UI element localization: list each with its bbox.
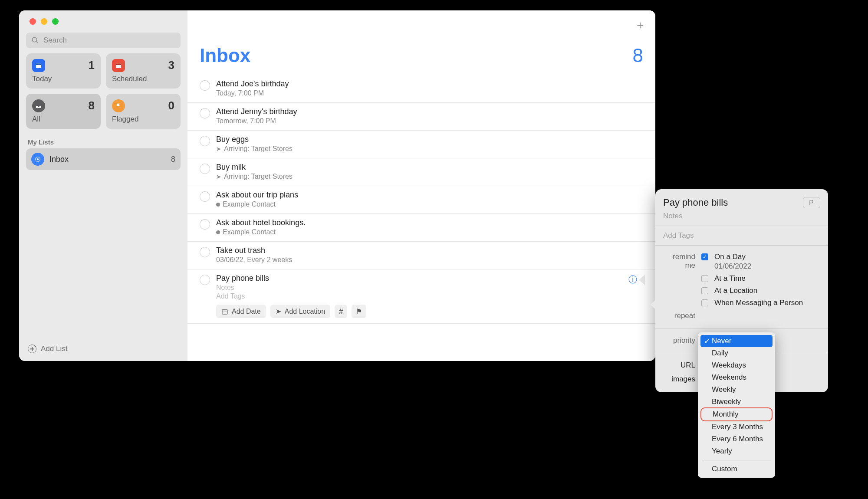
inspector-title[interactable]: Pay phone bills bbox=[663, 197, 728, 208]
remind-messaging-row: When Messaging a Person bbox=[663, 297, 820, 309]
calendar-icon bbox=[32, 59, 45, 72]
on-day-label: On a Day bbox=[714, 253, 820, 261]
complete-toggle[interactable] bbox=[200, 164, 210, 174]
complete-toggle[interactable] bbox=[200, 108, 210, 118]
reminders-window: 1 Today 3 Scheduled 8 bbox=[19, 10, 655, 361]
menu-item-never[interactable]: Never bbox=[700, 335, 773, 347]
remind-at-location-row: At a Location bbox=[663, 285, 820, 297]
add-list-button[interactable]: Add List bbox=[26, 337, 181, 361]
on-day-value[interactable]: 01/06/2022 bbox=[714, 262, 820, 271]
contact-icon bbox=[216, 203, 220, 207]
url-label: URL bbox=[663, 361, 695, 370]
reminder-item[interactable]: Attend Jenny's birthday Tomorrow, 7:00 P… bbox=[187, 103, 655, 131]
svg-point-6 bbox=[37, 158, 39, 160]
location-icon: ➤ bbox=[216, 145, 221, 152]
quick-actions: Add Date ➤ Add Location # ⚑ bbox=[216, 305, 647, 318]
reminder-title: Buy eggs bbox=[216, 135, 647, 144]
flag-icon bbox=[112, 99, 125, 112]
new-reminder-button[interactable]: ＋ bbox=[635, 17, 646, 33]
menu-item-custom[interactable]: Custom bbox=[700, 463, 773, 475]
reminder-subtitle: 03/06/22, Every 2 weeks bbox=[216, 256, 647, 264]
search-icon bbox=[31, 36, 39, 44]
add-flag-button[interactable]: ⚑ bbox=[352, 305, 366, 318]
reminder-item[interactable]: Buy eggs ➤Arriving: Target Stores bbox=[187, 131, 655, 158]
complete-toggle[interactable] bbox=[200, 191, 210, 202]
on-day-checkbox[interactable]: ✓ bbox=[701, 253, 708, 260]
popover-pointer-icon bbox=[639, 275, 645, 285]
tags-placeholder[interactable]: Add Tags bbox=[216, 292, 647, 300]
reminder-item[interactable]: Attend Joe's birthday Today, 7:00 PM bbox=[187, 75, 655, 103]
flag-icon bbox=[809, 200, 815, 206]
smart-all[interactable]: 8 All bbox=[26, 94, 101, 129]
reminder-item[interactable]: Ask about hotel bookings. Example Contac… bbox=[187, 214, 655, 242]
calendar-icon bbox=[221, 308, 228, 315]
info-icon: ⓘ bbox=[628, 274, 637, 286]
smart-flagged[interactable]: 0 Flagged bbox=[106, 94, 181, 129]
minimize-icon[interactable] bbox=[41, 18, 47, 25]
reminder-subtitle: Tomorrow, 7:00 PM bbox=[216, 117, 647, 125]
complete-toggle[interactable] bbox=[200, 136, 210, 146]
location-icon: ➤ bbox=[216, 173, 221, 180]
menu-item-yearly[interactable]: Yearly bbox=[700, 445, 773, 457]
scheduled-icon bbox=[112, 59, 125, 72]
close-icon[interactable] bbox=[30, 18, 36, 25]
menu-item-biweekly[interactable]: Biweekly bbox=[700, 396, 773, 408]
add-date-button[interactable]: Add Date bbox=[216, 305, 266, 318]
zoom-icon[interactable] bbox=[52, 18, 59, 25]
complete-toggle[interactable] bbox=[200, 80, 210, 91]
reminder-subtitle: ➤Arriving: Target Stores bbox=[216, 145, 647, 153]
repeat-dropdown[interactable]: Never Daily Weekdays Weekends Weekly Biw… bbox=[698, 332, 775, 478]
toolbar: ＋ bbox=[187, 10, 655, 33]
at-time-label: At a Time bbox=[714, 274, 820, 283]
smart-lists: 1 Today 3 Scheduled 8 bbox=[26, 53, 181, 129]
reminder-title: Attend Jenny's birthday bbox=[216, 107, 647, 116]
list-count: 8 bbox=[171, 155, 175, 164]
messaging-checkbox[interactable] bbox=[701, 299, 708, 306]
smart-today[interactable]: 1 Today bbox=[26, 53, 101, 89]
inspector-tags[interactable]: Add Tags bbox=[663, 231, 820, 240]
complete-toggle[interactable] bbox=[200, 275, 210, 285]
reminder-item[interactable]: Ask about our trip plans Example Contact bbox=[187, 186, 655, 214]
flag-toggle[interactable] bbox=[803, 197, 820, 208]
inspector-notes[interactable]: Notes bbox=[663, 212, 820, 220]
list-item-inbox[interactable]: Inbox 8 bbox=[26, 148, 181, 170]
reminder-title: Buy milk bbox=[216, 163, 647, 172]
scheduled-count: 3 bbox=[168, 59, 174, 72]
page-count: 8 bbox=[633, 45, 643, 66]
info-button[interactable]: ⓘ bbox=[628, 274, 645, 286]
window-controls bbox=[26, 10, 181, 31]
at-time-checkbox[interactable] bbox=[701, 275, 708, 282]
tray-icon bbox=[32, 99, 45, 112]
reminder-subtitle: Example Contact bbox=[216, 228, 647, 236]
reminder-item[interactable]: Buy milk ➤Arriving: Target Stores bbox=[187, 158, 655, 186]
reminder-subtitle: Today, 7:00 PM bbox=[216, 89, 647, 97]
menu-item-every-6-months[interactable]: Every 6 Months bbox=[700, 433, 773, 445]
at-location-checkbox[interactable] bbox=[701, 287, 708, 294]
reminder-item[interactable]: Take out trash 03/06/22, Every 2 weeks bbox=[187, 242, 655, 269]
messaging-label: When Messaging a Person bbox=[714, 299, 820, 307]
menu-item-daily[interactable]: Daily bbox=[700, 347, 773, 359]
reminder-title[interactable]: Pay phone bills bbox=[216, 274, 647, 283]
menu-item-weekends[interactable]: Weekends bbox=[700, 371, 773, 384]
location-icon: ➤ bbox=[276, 307, 281, 315]
reminder-title: Ask about hotel bookings. bbox=[216, 218, 647, 227]
svg-line-1 bbox=[36, 41, 38, 43]
search-input[interactable] bbox=[26, 33, 181, 48]
menu-item-weekly[interactable]: Weekly bbox=[700, 384, 773, 396]
add-tag-button[interactable]: # bbox=[335, 305, 347, 318]
main-pane: ＋ Inbox 8 Attend Joe's birthday Today, 7… bbox=[187, 10, 655, 361]
reminder-title: Take out trash bbox=[216, 246, 647, 255]
plus-circle-icon bbox=[28, 345, 36, 353]
complete-toggle[interactable] bbox=[200, 247, 210, 257]
remind-me-label: remind me bbox=[663, 253, 695, 270]
complete-toggle[interactable] bbox=[200, 219, 210, 230]
add-list-label: Add List bbox=[41, 345, 67, 353]
menu-item-monthly[interactable]: Monthly bbox=[700, 407, 773, 421]
menu-item-every-3-months[interactable]: Every 3 Months bbox=[700, 421, 773, 433]
reminder-item-selected[interactable]: Pay phone bills Notes Add Tags Add Date … bbox=[187, 269, 655, 324]
smart-scheduled[interactable]: 3 Scheduled bbox=[106, 53, 181, 89]
menu-item-weekdays[interactable]: Weekdays bbox=[700, 359, 773, 371]
list-header: Inbox 8 bbox=[187, 33, 655, 75]
add-location-button[interactable]: ➤ Add Location bbox=[270, 305, 330, 318]
notes-placeholder[interactable]: Notes bbox=[216, 284, 647, 292]
